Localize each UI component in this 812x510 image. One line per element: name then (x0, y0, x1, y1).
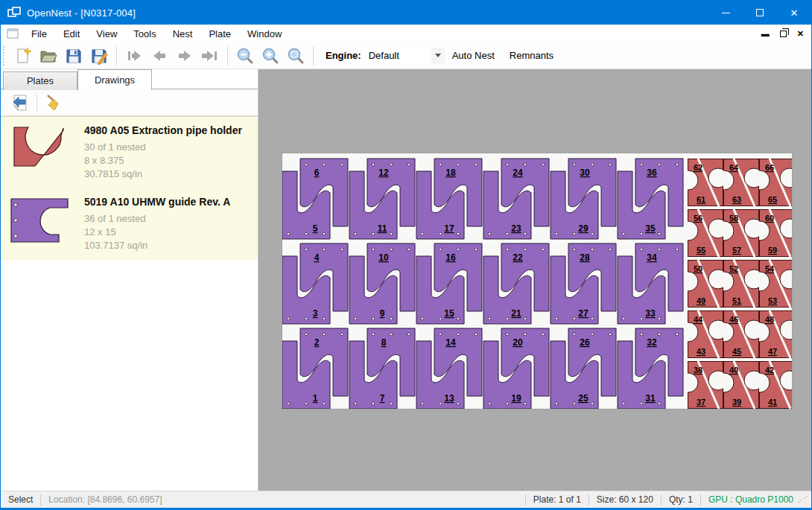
part-number: 59 (768, 246, 777, 255)
zoom-in-button[interactable] (258, 45, 283, 67)
purple-part-pair[interactable]: 1211 (349, 159, 415, 239)
drill-hole (323, 402, 326, 405)
combo-dropdown-button[interactable] (431, 48, 445, 64)
drill-hole (591, 232, 594, 235)
purple-part-pair[interactable]: 3433 (618, 243, 683, 324)
menu-edit[interactable]: Edit (55, 26, 88, 42)
red-part-pair[interactable]: 5655 (679, 209, 728, 257)
drawing-area: 30.7815 sq/in (84, 168, 242, 181)
mdi-restore-icon[interactable] (780, 31, 787, 37)
drill-hole (555, 317, 558, 320)
save-button[interactable] (61, 45, 86, 67)
menu-plate[interactable]: Plate (200, 26, 239, 42)
drill-hole (439, 333, 442, 336)
toolbar-separator (227, 46, 228, 66)
purple-part-pair[interactable]: 2423 (483, 159, 549, 239)
drill-hole (676, 333, 679, 336)
purple-part-pair[interactable]: 109 (349, 243, 415, 324)
first-plate-button[interactable] (121, 45, 147, 67)
red-part-pair[interactable]: 5049 (679, 260, 728, 307)
drill-hole (524, 248, 527, 251)
clean-drawings-button[interactable] (42, 92, 66, 113)
purple-part-pair[interactable]: 2827 (551, 243, 616, 324)
part-number: 64 (729, 163, 739, 172)
drill-hole (305, 248, 308, 251)
purple-part-pair[interactable]: 2019 (483, 328, 549, 409)
mdi-minimize-icon[interactable]: ▬ (761, 30, 770, 38)
part-number: 40 (729, 366, 738, 374)
last-plate-button[interactable] (197, 45, 223, 67)
save-as-button[interactable] (86, 45, 112, 67)
drill-hole (488, 402, 491, 405)
drill-hole (390, 232, 393, 235)
toolbar-separator (116, 46, 117, 66)
purple-part-pair[interactable]: 2625 (551, 328, 616, 409)
purple-part-pair[interactable]: 3029 (551, 159, 616, 239)
drill-hole (488, 232, 491, 235)
open-button[interactable] (36, 45, 61, 67)
menu-view[interactable]: View (88, 26, 125, 42)
part-number: 46 (729, 315, 738, 324)
zoom-out-button[interactable] (232, 45, 258, 67)
status-location: Location: [84.8696, 60.6957] (41, 494, 169, 505)
save-icon (65, 47, 83, 65)
purple-part-pair[interactable]: 3635 (618, 159, 683, 239)
purple-part-pair[interactable]: 65 (282, 159, 348, 239)
purple-part-pair[interactable]: 1615 (416, 243, 482, 324)
plate-svg: 6543211211109871817161514132423222120193… (282, 153, 792, 409)
menu-file[interactable]: File (23, 26, 55, 42)
purple-part-pair[interactable]: 21 (282, 328, 348, 409)
part-number: 30 (580, 168, 590, 178)
purple-part-pair[interactable]: 1413 (416, 328, 482, 409)
drill-hole (421, 402, 424, 405)
toolbar-grip[interactable] (3, 46, 7, 66)
drill-hole (305, 317, 308, 320)
drill-hole (287, 402, 290, 405)
resize-grip[interactable]: ⡠⠊ (801, 495, 811, 505)
minimize-button[interactable] (708, 1, 743, 25)
drill-hole (640, 333, 643, 336)
list-item[interactable]: 5019 A10 UHMW guide Rev. A 36 of 1 neste… (1, 188, 258, 260)
plate-sheet[interactable]: 6543211211109871817161514132423222120193… (282, 153, 792, 409)
part-thumbnail-red (10, 126, 65, 169)
purple-part-pair[interactable]: 87 (349, 328, 415, 409)
part-number: 47 (768, 347, 777, 356)
status-mode: Select (1, 494, 40, 505)
engine-combobox[interactable]: Default (366, 47, 445, 65)
tab-plates[interactable]: Plates (3, 71, 77, 90)
zoom-fit-button[interactable] (283, 45, 308, 67)
drawing-size: 8 x 8.375 (84, 154, 242, 168)
menu-nest[interactable]: Nest (165, 26, 201, 42)
previous-plate-button[interactable] (147, 45, 172, 67)
tab-drawings[interactable]: Drawings (77, 69, 152, 90)
toolbar-separator (313, 46, 314, 66)
menu-tools[interactable]: Tools (125, 26, 164, 42)
purple-part-pair[interactable]: 2221 (483, 243, 549, 324)
purple-part-pair[interactable]: 1817 (416, 159, 482, 239)
red-part-pair[interactable]: 3837 (679, 361, 728, 409)
drill-hole (524, 333, 527, 336)
auto-nest-button[interactable]: Auto Nest (445, 45, 502, 66)
red-part-pair[interactable]: 4443 (679, 310, 728, 358)
drill-hole (658, 317, 661, 320)
part-number: 29 (578, 223, 589, 234)
part-number: 44 (694, 315, 703, 324)
drill-hole (609, 333, 612, 336)
import-drawing-button[interactable] (8, 92, 32, 113)
drill-hole (591, 333, 594, 336)
purple-part-pair[interactable]: 3231 (618, 328, 683, 409)
menu-window[interactable]: Window (239, 26, 290, 42)
drawings-toolbar (1, 89, 258, 116)
new-file-button[interactable] (10, 45, 36, 67)
maximize-button[interactable] (743, 1, 777, 25)
nest-canvas[interactable]: 6543211211109871817161514132423222120193… (258, 69, 811, 491)
part-number: 42 (765, 366, 774, 374)
red-part-pair[interactable]: 6261 (679, 159, 728, 206)
next-plate-button[interactable] (172, 45, 197, 67)
list-item[interactable]: 4980 A05 Extraction pipe holder 30 of 1 … (1, 117, 258, 188)
mdi-close-icon[interactable]: ✕ (797, 30, 804, 38)
purple-part-pair[interactable]: 43 (282, 243, 348, 324)
remnants-button[interactable]: Remnants (502, 45, 561, 66)
close-button[interactable]: ✕ (777, 1, 811, 25)
drill-hole (287, 317, 290, 320)
